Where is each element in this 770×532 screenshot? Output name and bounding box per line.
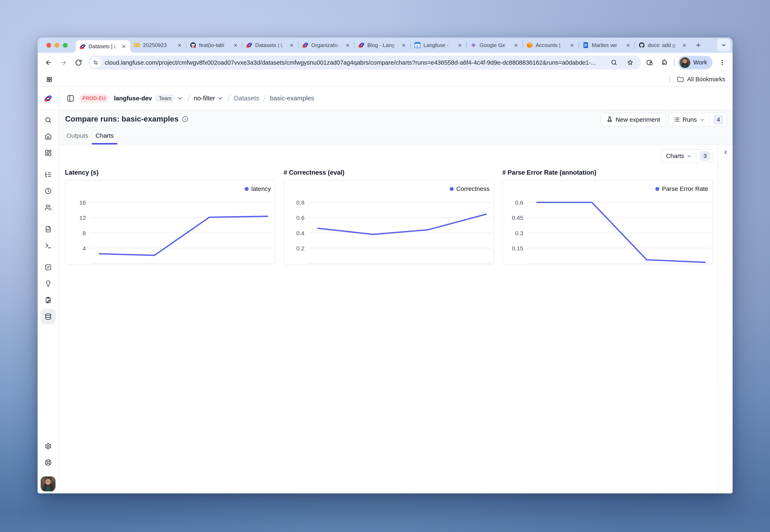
puzzle-icon	[661, 59, 668, 66]
sidebar-item-layout-dashboard[interactable]	[40, 145, 56, 160]
apps-grid-icon	[46, 76, 53, 83]
minimize-window-button[interactable]	[55, 43, 59, 48]
tab-outputs[interactable]: Outputs	[63, 132, 92, 144]
charts-selector-button[interactable]: Charts 3	[661, 149, 713, 163]
expand-panel-button[interactable]	[722, 148, 730, 156]
browser-tab[interactable]: Blog - Lang	[355, 38, 410, 53]
tab-title: Accounts |	[535, 42, 568, 48]
breadcrumb-slash	[227, 95, 230, 102]
tab-charts[interactable]: Charts	[92, 132, 117, 144]
tab-close-button[interactable]	[176, 41, 183, 49]
sidebar-toggle-button[interactable]	[66, 94, 75, 103]
tab-close-button[interactable]	[400, 41, 407, 49]
org-switcher-button[interactable]	[177, 95, 183, 101]
info-icon[interactable]	[182, 116, 188, 122]
org-name[interactable]: langfuse-dev	[114, 95, 152, 102]
browser-tab[interactable]: feat(io-tabl	[186, 38, 242, 53]
users-icon	[45, 204, 52, 211]
browser-tab[interactable]: Marlies we	[579, 38, 635, 53]
tab-close-button[interactable]	[288, 41, 295, 49]
user-avatar[interactable]	[41, 476, 55, 491]
browser-tab[interactable]: Datasets | L	[243, 38, 298, 53]
zoom-window-button[interactable]	[63, 43, 68, 48]
profile-avatar	[680, 57, 690, 68]
search-icon	[45, 116, 52, 124]
legend-label: Parse Error Rate	[662, 185, 708, 192]
tab-close-button[interactable]	[456, 41, 463, 49]
all-bookmarks-button[interactable]: All Bookmarks	[669, 76, 725, 83]
lock-badge-icon	[646, 59, 653, 66]
charts-selector-label: Charts	[666, 152, 684, 159]
back-button[interactable]	[42, 57, 54, 69]
tab-title: Datasets | L	[255, 42, 288, 48]
browser-tab[interactable]: Organizatio	[299, 38, 354, 53]
arrow-right-icon	[60, 59, 67, 66]
bookmarks-separator	[669, 76, 670, 83]
sidebar-item-clipboard-pen[interactable]	[40, 292, 56, 308]
project-switcher-button[interactable]	[217, 95, 223, 101]
sidebar-item-database[interactable]	[40, 309, 56, 324]
zoom-page-button[interactable]	[608, 57, 620, 69]
langfuse-logo[interactable]	[38, 87, 59, 110]
app-main: PROD-EU langfuse-dev Team no-filter Data…	[59, 87, 733, 493]
sidebar-item-home[interactable]	[40, 129, 56, 144]
close-window-button[interactable]	[46, 43, 51, 48]
legend-dot	[655, 187, 659, 191]
clipboard-pen-icon	[45, 297, 52, 304]
browser-tab[interactable]: 6Langfuse -	[411, 38, 466, 53]
bookmark-star-button[interactable]	[624, 57, 636, 69]
browser-tab[interactable]: Datasets | L	[76, 40, 130, 53]
magnifier-icon	[611, 59, 617, 66]
tab-close-button[interactable]	[624, 41, 632, 49]
sidebar-item-file-code[interactable]	[40, 221, 56, 237]
tab-close-button[interactable]	[232, 41, 239, 49]
breadcrumb-datasets-link[interactable]: Datasets	[234, 95, 259, 102]
runs-button[interactable]: Runs 4	[669, 113, 727, 126]
new-experiment-button[interactable]: New experiment	[601, 113, 666, 126]
browser-tab[interactable]: docs: add g	[635, 38, 691, 53]
sidebar-item-list-tree[interactable]	[40, 167, 56, 182]
password-manager-button[interactable]	[644, 57, 656, 69]
tab-close-button[interactable]	[120, 43, 127, 50]
chevron-down-icon	[687, 153, 692, 159]
sidebar-item-terminal[interactable]	[40, 238, 56, 253]
url-text[interactable]: cloud.langfuse.com/project/cmfwgv8fx002o…	[105, 59, 608, 66]
sidebar-item-clock[interactable]	[40, 183, 56, 198]
sidebar-item-search[interactable]	[40, 112, 56, 127]
colab-favicon	[134, 42, 140, 48]
sidebar-item-users[interactable]	[40, 200, 56, 215]
new-tab-button[interactable]	[694, 40, 703, 50]
site-settings-button[interactable]	[90, 57, 101, 68]
sidebar-item-settings[interactable]	[40, 439, 56, 454]
reload-button[interactable]	[72, 57, 84, 69]
forward-button[interactable]	[57, 57, 69, 69]
sidebar-item-square-percent[interactable]	[40, 260, 56, 275]
page-title: Compare runs: basic-examples	[65, 115, 178, 123]
sidebar-item-life-buoy[interactable]	[40, 455, 56, 470]
sidebar-item-lightbulb[interactable]	[40, 276, 56, 291]
tab-search-button[interactable]	[717, 39, 730, 52]
page-tabs: OutputsCharts	[63, 132, 117, 144]
profile-chip[interactable]: Work	[678, 56, 713, 69]
gemini-favicon	[470, 42, 477, 48]
browser-tab[interactable]: Google Ge	[467, 38, 522, 53]
kebab-icon	[719, 59, 726, 66]
browser-menu-button[interactable]	[716, 57, 728, 69]
toolbar-separator	[674, 58, 675, 67]
tab-close-button[interactable]	[344, 41, 351, 49]
tab-close-button[interactable]	[568, 41, 575, 49]
browser-tab[interactable]: 20250923	[130, 38, 186, 53]
gdocs-favicon	[583, 42, 589, 48]
apps-shortcut-button[interactable]	[45, 75, 54, 84]
breadcrumb-slash	[263, 95, 266, 102]
page-header: Compare runs: basic-examples New experim…	[59, 110, 733, 144]
project-name[interactable]: no-filter	[194, 95, 215, 102]
address-bar[interactable]: cloud.langfuse.com/project/cmfwgv8fx002o…	[88, 56, 641, 70]
breadcrumb-slash	[187, 95, 190, 102]
tab-title: docs: add g	[648, 42, 681, 48]
svg-text:0.4: 0.4	[297, 230, 305, 236]
browser-tab[interactable]: Accounts |	[523, 38, 579, 53]
tab-close-button[interactable]	[681, 41, 688, 49]
extensions-button[interactable]	[659, 57, 671, 69]
tab-close-button[interactable]	[512, 41, 519, 49]
